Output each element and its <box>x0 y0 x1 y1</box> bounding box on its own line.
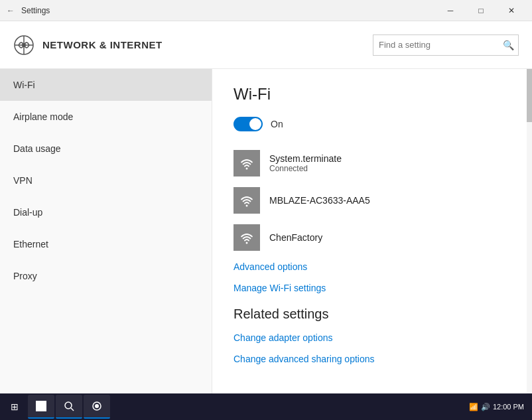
window-title: Settings <box>21 6 50 15</box>
svg-point-14 <box>95 404 99 408</box>
sidebar-item-wifi[interactable]: Wi-Fi <box>0 69 212 101</box>
tray-time: 12:00 PM <box>493 403 524 411</box>
network-info-mblaze: MBLAZE-AC3633-AAA5 <box>269 195 370 206</box>
minimize-button[interactable]: ─ <box>435 0 466 21</box>
sidebar-item-dial-up[interactable]: Dial-up <box>0 196 212 228</box>
svg-rect-8 <box>41 401 46 406</box>
search-input[interactable] <box>373 35 498 55</box>
section-title: Wi-Fi <box>233 85 511 104</box>
title-bar: ← Settings ─ □ ✕ <box>0 0 532 21</box>
svg-rect-9 <box>36 406 41 411</box>
sidebar-item-data-usage[interactable]: Data usage <box>0 133 212 165</box>
taskbar-app-cortana[interactable] <box>84 395 110 419</box>
advanced-sharing-link[interactable]: Change advanced sharing options <box>233 354 511 364</box>
sidebar-item-airplane[interactable]: Airplane mode <box>0 101 212 133</box>
network-item-mblaze[interactable]: MBLAZE-AC3633-AAA5 <box>233 187 511 214</box>
sidebar-item-ethernet[interactable]: Ethernet <box>0 228 212 260</box>
scrollbar-track[interactable] <box>527 69 532 420</box>
search-box: 🔍 <box>373 35 519 56</box>
network-item-chenfactory[interactable]: ChenFactory <box>233 224 511 251</box>
svg-line-12 <box>71 408 74 411</box>
taskbar: ⊞ 📶 🔊 12:00 PM <box>0 393 532 420</box>
network-info-chenfactory: ChenFactory <box>269 232 322 243</box>
app-header: NETWORK & INTERNET 🔍 <box>0 21 532 69</box>
app-title: NETWORK & INTERNET <box>42 39 373 50</box>
wifi-toggle-row: On <box>233 117 511 131</box>
sidebar-item-vpn[interactable]: VPN <box>0 165 212 196</box>
wifi-signal-icon-connected <box>233 150 260 176</box>
related-settings-title: Related settings <box>233 307 511 322</box>
adapter-options-link[interactable]: Change adapter options <box>233 332 511 343</box>
search-icon[interactable]: 🔍 <box>498 35 518 55</box>
taskbar-apps <box>28 395 468 419</box>
svg-point-5 <box>246 205 248 207</box>
svg-point-4 <box>246 168 248 170</box>
advanced-options-link[interactable]: Advanced options <box>233 261 511 272</box>
network-name-connected: System.terminate <box>269 153 342 164</box>
main-content: Wi-Fi On System.termin <box>212 69 532 420</box>
taskbar-app-1[interactable] <box>28 395 54 419</box>
network-status-connected: Connected <box>269 164 342 173</box>
toggle-label: On <box>271 119 283 129</box>
taskbar-app-search[interactable] <box>56 395 82 419</box>
maximize-button[interactable]: □ <box>466 0 496 21</box>
svg-point-11 <box>65 402 72 409</box>
wifi-signal-icon-chenfactory <box>233 224 260 251</box>
close-button[interactable]: ✕ <box>496 0 527 21</box>
svg-rect-7 <box>36 401 41 406</box>
app-body: Wi-Fi Airplane mode Data usage VPN Dial-… <box>0 69 532 420</box>
sidebar-item-proxy[interactable]: Proxy <box>0 260 212 292</box>
app-container: NETWORK & INTERNET 🔍 Wi-Fi Airplane mode… <box>0 21 532 420</box>
tray-wifi-icon: 📶 <box>469 403 478 411</box>
tray-volume-icon: 🔊 <box>481 403 490 411</box>
network-info-connected: System.terminate Connected <box>269 153 342 173</box>
start-button[interactable]: ⊞ <box>3 395 27 419</box>
manage-wifi-link[interactable]: Manage Wi-Fi settings <box>233 283 511 293</box>
window-controls: ─ □ ✕ <box>435 0 527 21</box>
sidebar: Wi-Fi Airplane mode Data usage VPN Dial-… <box>0 69 212 420</box>
back-button[interactable]: ← <box>5 5 16 16</box>
svg-rect-10 <box>41 406 46 411</box>
wifi-toggle[interactable] <box>233 117 263 131</box>
wifi-signal-icon-mblaze <box>233 187 260 214</box>
taskbar-tray: 📶 🔊 12:00 PM <box>469 403 529 411</box>
svg-point-6 <box>246 242 248 244</box>
scrollbar-thumb[interactable] <box>527 69 532 122</box>
network-item-connected[interactable]: System.terminate Connected <box>233 150 511 176</box>
network-name-chenfactory: ChenFactory <box>269 232 322 243</box>
network-name-mblaze: MBLAZE-AC3633-AAA5 <box>269 195 370 206</box>
network-settings-icon <box>13 35 34 56</box>
